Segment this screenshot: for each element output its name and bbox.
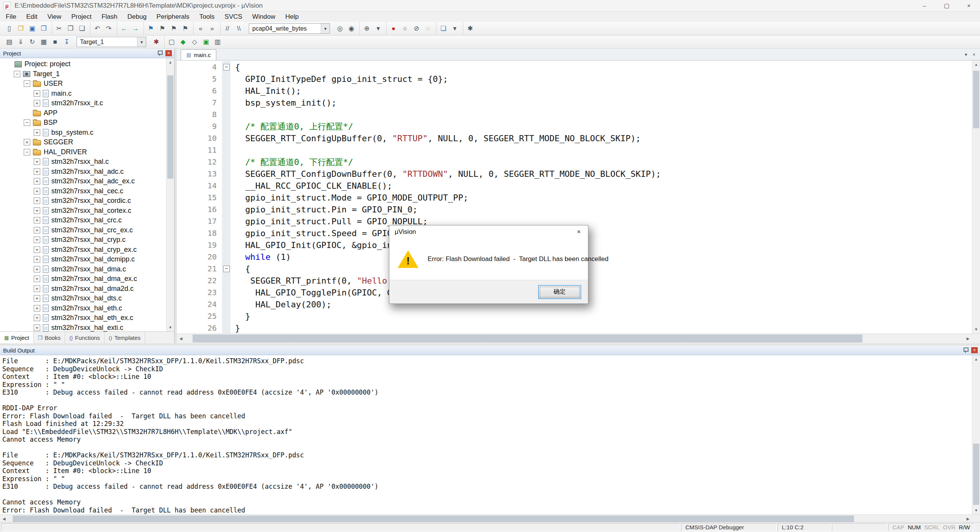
insert-breakpoint-icon[interactable]: ● xyxy=(388,24,399,34)
scroll-up-icon[interactable]: ▲ xyxy=(972,60,980,69)
configure-flash-tools-icon[interactable]: ◇ xyxy=(189,37,200,47)
expand-toggle-icon[interactable] xyxy=(34,129,40,136)
fold-margin[interactable] xyxy=(222,227,230,239)
options-for-target-icon[interactable]: ✱ xyxy=(150,37,162,47)
zoom-options-icon[interactable]: ▾ xyxy=(372,24,384,34)
uncomment-selection-icon[interactable]: \\ xyxy=(233,24,245,34)
pack-installer-icon[interactable]: ▣ xyxy=(200,37,212,47)
tree-item[interactable]: stm32h7rsxx_hal_eth.c xyxy=(0,304,167,313)
ok-button[interactable]: 确定 xyxy=(538,285,581,299)
fold-margin[interactable] xyxy=(222,97,230,109)
expand-toggle-icon[interactable] xyxy=(34,315,40,321)
code-line[interactable]: 10 SEGGER_RTT_ConfigUpBuffer(0, "RTTUP",… xyxy=(177,132,972,144)
tree-item[interactable]: Target_1 xyxy=(0,69,167,79)
menu-item[interactable]: File xyxy=(1,11,21,22)
batch-build-icon[interactable]: ▦ xyxy=(38,37,49,47)
expand-toggle-icon[interactable] xyxy=(34,90,40,97)
fold-margin[interactable] xyxy=(222,263,230,275)
workspace-tab[interactable]: () Templates xyxy=(105,332,145,343)
document-list-icon[interactable]: ▾ xyxy=(965,52,967,57)
tree-item[interactable]: stm32h7rsxx_hal_exti.c xyxy=(0,323,167,332)
maximize-button[interactable]: ▢ xyxy=(936,0,958,11)
document-tab[interactable]: ▤ main.c xyxy=(181,49,216,60)
fold-margin[interactable] xyxy=(222,61,230,73)
fold-margin[interactable] xyxy=(222,322,230,333)
close-panel-icon[interactable]: × xyxy=(165,50,172,56)
tree-item[interactable]: stm32h7rsxx_hal_dcmipp.c xyxy=(0,255,167,264)
scroll-left-icon[interactable]: ◀ xyxy=(0,515,8,523)
target-select-combo[interactable]: Target_1 ▾ xyxy=(77,37,146,47)
file-extensions-icon[interactable]: ▢ xyxy=(166,37,177,47)
expand-toggle-icon[interactable] xyxy=(34,276,40,282)
fold-margin[interactable] xyxy=(222,73,230,85)
expand-toggle-icon[interactable] xyxy=(34,246,40,253)
editor-vertical-scrollbar[interactable]: ▲ ▼ xyxy=(972,60,980,333)
menu-item[interactable]: Help xyxy=(280,11,304,22)
fold-margin[interactable] xyxy=(222,287,230,299)
fold-margin[interactable] xyxy=(222,144,230,156)
build-output-horizontal-scrollbar[interactable]: ◀ ▶ xyxy=(0,514,980,523)
tree-item[interactable]: Project: project xyxy=(0,59,167,69)
tree-item[interactable]: stm32h7rsxx_hal_adc.c xyxy=(0,167,167,177)
scroll-left-icon[interactable]: ◀ xyxy=(177,334,185,343)
code-line[interactable]: 26 } xyxy=(177,322,972,333)
fold-margin[interactable] xyxy=(222,275,230,287)
close-button[interactable]: × xyxy=(958,0,980,11)
cut-icon[interactable]: ✂ xyxy=(53,24,65,34)
code-line[interactable]: 5 GPIO_InitTypeDef gpio_init_struct = {0… xyxy=(177,73,972,85)
check-for-updates-icon[interactable]: ▥ xyxy=(212,37,223,47)
download-to-flash-icon[interactable]: ↧ xyxy=(61,37,72,47)
dialog-title-bar[interactable]: µVision × xyxy=(389,225,588,238)
menu-item[interactable]: Tools xyxy=(194,11,220,22)
workspace-tab[interactable]: ▦ Project xyxy=(0,332,34,343)
workspace-tab[interactable]: {} Functions xyxy=(65,332,105,343)
menu-item[interactable]: Debug xyxy=(122,11,152,22)
window-layout-options-icon[interactable]: ▾ xyxy=(449,24,461,34)
expand-toggle-icon[interactable] xyxy=(34,197,40,204)
code-line[interactable]: 11 xyxy=(177,144,972,156)
expand-toggle-icon[interactable] xyxy=(24,149,30,155)
expand-toggle-icon[interactable] xyxy=(34,168,40,175)
tree-item[interactable]: stm32h7rsxx_hal_cryp_ex.c xyxy=(0,245,167,255)
tree-item[interactable]: stm32h7rsxx_hal_cortex.c xyxy=(0,206,167,216)
tree-item[interactable]: SEGGER xyxy=(0,137,167,147)
window-layout-icon[interactable]: ❏ xyxy=(438,24,449,34)
expand-toggle-icon[interactable] xyxy=(34,286,40,292)
pin-icon[interactable] xyxy=(157,50,162,56)
tree-item[interactable]: stm32h7rsxx_hal_dma.c xyxy=(0,264,167,274)
scroll-thumb[interactable] xyxy=(13,516,854,522)
expand-toggle-icon[interactable] xyxy=(24,139,30,145)
scroll-track[interactable] xyxy=(972,363,980,506)
scroll-down-icon[interactable]: ▼ xyxy=(972,506,980,514)
expand-toggle-icon[interactable] xyxy=(34,158,40,165)
tree-item[interactable]: HAL_DRIVER xyxy=(0,147,167,157)
tree-item[interactable]: main.c xyxy=(0,89,167,99)
tree-item[interactable]: stm32h7rsxx_hal_eth_ex.c xyxy=(0,313,167,323)
expand-toggle-icon[interactable] xyxy=(34,305,40,312)
stop-build-icon[interactable]: ■ xyxy=(49,37,61,47)
pin-icon[interactable] xyxy=(963,347,968,353)
build-output-vertical-scrollbar[interactable]: ▲ ▼ xyxy=(972,355,980,514)
code-line[interactable]: 14 __HAL_RCC_GPIOC_CLK_ENABLE(); xyxy=(177,180,972,192)
code-line[interactable]: 25 } xyxy=(177,310,972,322)
expand-toggle-icon[interactable] xyxy=(34,188,40,194)
navigate-back-icon[interactable]: ← xyxy=(118,24,130,34)
manage-rte-icon[interactable]: ◆ xyxy=(177,37,189,47)
configure-icon[interactable]: ✱ xyxy=(464,24,476,34)
code-line[interactable]: 7 bsp_system_init(); xyxy=(177,97,972,109)
tree-item[interactable]: stm32h7rsxx_hal_dma_ex.c xyxy=(0,274,167,284)
open-file-icon[interactable]: ❒ xyxy=(15,24,26,34)
minimize-button[interactable]: – xyxy=(913,0,936,11)
code-line[interactable]: 4 { xyxy=(177,61,972,73)
fold-margin[interactable] xyxy=(222,168,230,180)
fold-margin[interactable] xyxy=(222,204,230,215)
menu-item[interactable]: SVCS xyxy=(220,11,247,22)
project-tree-scrollbar[interactable]: ▲ ▼ xyxy=(166,58,174,331)
disable-breakpoint-icon[interactable]: ○ xyxy=(399,24,411,34)
tree-item[interactable]: stm32h7rsxx_hal.c xyxy=(0,157,167,167)
expand-toggle-icon[interactable] xyxy=(34,217,40,224)
bookmark-previous-icon[interactable]: ⚑ xyxy=(157,24,168,34)
workspace-tab[interactable]: ❒ Books xyxy=(34,332,65,343)
scroll-right-icon[interactable]: ▶ xyxy=(964,334,972,343)
dialog-close-icon[interactable]: × xyxy=(570,225,588,238)
